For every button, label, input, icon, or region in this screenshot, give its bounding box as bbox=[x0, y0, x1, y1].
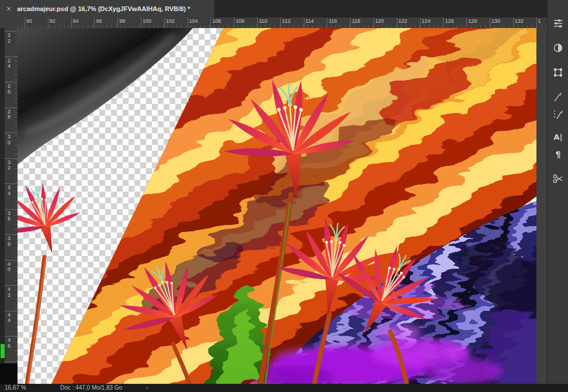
properties-icon[interactable] bbox=[552, 18, 564, 29]
ruler-tick bbox=[164, 18, 165, 28]
brush-settings-icon[interactable] bbox=[552, 109, 564, 120]
ruler-tick bbox=[466, 18, 467, 28]
ruler-label: 118 bbox=[352, 18, 360, 24]
ruler-tick bbox=[141, 18, 141, 28]
ruler-label: 112 bbox=[282, 18, 290, 24]
ruler-tick bbox=[71, 18, 72, 28]
ruler-label: 3 8 bbox=[5, 236, 13, 247]
ruler-label: 116 bbox=[328, 18, 337, 24]
ruler-tick bbox=[48, 18, 49, 28]
ruler-tick bbox=[117, 18, 118, 28]
ruler-label: 110 bbox=[259, 18, 267, 24]
ruler-label: 4 2 bbox=[5, 287, 13, 298]
ruler-tick bbox=[5, 57, 18, 57]
ruler-label: 2 6 bbox=[5, 84, 13, 95]
ruler-tick bbox=[304, 18, 304, 28]
ruler-label: 96 bbox=[96, 18, 102, 24]
ruler-tick bbox=[327, 18, 327, 28]
ruler-tick bbox=[5, 31, 18, 32]
adjustments-icon[interactable] bbox=[552, 42, 564, 54]
brushes-icon[interactable] bbox=[552, 91, 564, 103]
ruler-tick bbox=[490, 18, 490, 28]
document-size-info: Doc : 447,0 Mo/1,83 Go bbox=[60, 384, 122, 391]
ruler-tick bbox=[5, 311, 18, 311]
pasteboard-gutter bbox=[536, 28, 547, 384]
ruler-label: 3 0 bbox=[5, 134, 13, 145]
paragraph-icon-glyph: ¶ bbox=[556, 150, 561, 159]
ruler-tick bbox=[5, 285, 18, 286]
document-canvas[interactable] bbox=[18, 28, 536, 384]
ruler-tick bbox=[397, 18, 397, 28]
ruler-tick bbox=[5, 209, 18, 210]
ruler-label: 102 bbox=[166, 18, 175, 24]
free-transform-icon[interactable] bbox=[552, 67, 564, 78]
ruler-label: 1 bbox=[538, 18, 541, 24]
ruler-label: 98 bbox=[119, 18, 125, 24]
foreground-color-swatch[interactable] bbox=[0, 344, 5, 359]
ruler-label: 128 bbox=[468, 18, 477, 24]
ruler-tick bbox=[373, 18, 374, 28]
scissors-icon[interactable] bbox=[552, 173, 564, 185]
ruler-label: 106 bbox=[212, 18, 221, 24]
ruler-tick bbox=[5, 183, 18, 184]
ruler-label: 90 bbox=[26, 18, 32, 24]
status-chevron-icon[interactable]: › bbox=[146, 384, 148, 391]
ruler-tick bbox=[350, 18, 351, 28]
ruler-tick bbox=[210, 18, 211, 28]
vertical-ruler[interactable]: 2 22 42 62 83 03 23 43 63 84 04 24 44 64… bbox=[5, 28, 18, 384]
ruler-tick bbox=[5, 158, 18, 159]
ruler-label: 94 bbox=[73, 18, 79, 24]
ruler-label: 3 2 bbox=[5, 160, 13, 171]
ruler-label: 4 0 bbox=[5, 262, 13, 273]
horizontal-ruler[interactable]: 9092949698100102104106108110112114116118… bbox=[18, 18, 547, 29]
ruler-tick bbox=[94, 18, 95, 28]
ruler-label: 114 bbox=[306, 18, 314, 24]
ruler-label: 4 4 bbox=[5, 313, 13, 324]
ruler-tick bbox=[188, 18, 188, 28]
canvas-artwork bbox=[18, 28, 536, 384]
ruler-tick bbox=[234, 18, 234, 28]
ruler-tick bbox=[25, 18, 25, 28]
ruler-label: 124 bbox=[422, 18, 431, 24]
left-edge-strip bbox=[0, 28, 5, 384]
ruler-label: 126 bbox=[445, 18, 453, 24]
ruler-label: 130 bbox=[491, 18, 500, 24]
ruler-tick bbox=[5, 336, 18, 337]
ruler-label: 2 4 bbox=[5, 58, 13, 70]
ruler-tick bbox=[5, 107, 18, 108]
ruler-label: 108 bbox=[235, 18, 244, 24]
zoom-level[interactable]: 16,67 % bbox=[5, 384, 26, 391]
ruler-tick bbox=[420, 18, 421, 28]
ruler-tick bbox=[5, 362, 18, 362]
ruler-label: 4 6 bbox=[5, 338, 13, 349]
ruler-tick bbox=[5, 82, 18, 82]
ruler-label: 3 4 bbox=[5, 185, 13, 196]
status-bar: 16,67 % Doc : 447,0 Mo/1,83 Go › bbox=[0, 384, 568, 392]
document-tab[interactable]: × arcadmajeur.psd @ 16,7% (DcXygJFVwAAlH… bbox=[0, 0, 215, 18]
ruler-label: 2 2 bbox=[5, 33, 13, 44]
right-panel-dock: A| ¶ bbox=[547, 0, 568, 384]
left-bottom-block bbox=[0, 363, 18, 384]
ruler-label: 120 bbox=[375, 18, 384, 24]
ruler-label: 92 bbox=[50, 18, 56, 24]
ruler-corner bbox=[0, 18, 18, 29]
ruler-tick bbox=[5, 234, 18, 235]
ruler-label: 2 8 bbox=[5, 109, 13, 120]
ruler-label: 132 bbox=[515, 18, 524, 24]
ruler-label: 122 bbox=[399, 18, 407, 24]
ruler-label: 100 bbox=[143, 18, 151, 24]
ruler-tick bbox=[5, 133, 18, 133]
character-icon-glyph: A| bbox=[554, 133, 563, 141]
character-icon[interactable]: A| bbox=[552, 131, 564, 143]
tab-close-icon[interactable]: × bbox=[6, 5, 11, 13]
ruler-label: 3 6 bbox=[5, 211, 13, 222]
document-tab-bar: × arcadmajeur.psd @ 16,7% (DcXygJFVwAAlH… bbox=[0, 0, 547, 18]
ruler-label: 104 bbox=[189, 18, 198, 24]
paragraph-icon[interactable]: ¶ bbox=[552, 148, 564, 160]
ruler-tick bbox=[280, 18, 281, 28]
document-title: arcadmajeur.psd @ 16,7% (DcXygJFVwAAlHAq… bbox=[17, 5, 190, 12]
ruler-tick bbox=[513, 18, 514, 28]
ruler-tick bbox=[536, 18, 537, 28]
ruler-tick bbox=[5, 260, 18, 261]
ruler-tick bbox=[257, 18, 258, 28]
